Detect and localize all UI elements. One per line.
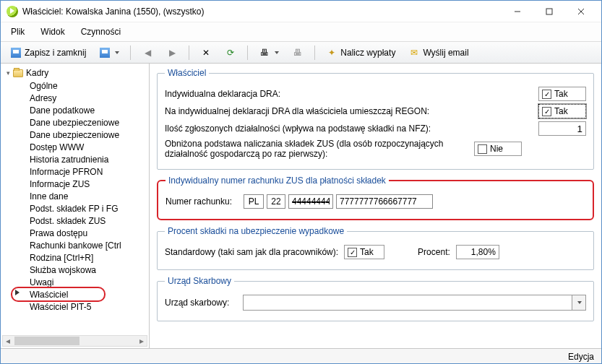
tree-item[interactable]: Historia zatrudnienia bbox=[28, 153, 149, 165]
tax-office-legend: Urząd Skarbowy bbox=[165, 276, 234, 286]
account-bank-input[interactable] bbox=[288, 194, 333, 209]
combo-dropdown-button[interactable] bbox=[572, 295, 586, 311]
tree-item[interactable]: Ogólne bbox=[28, 79, 149, 92]
form-pane: Właściciel Indywidualna deklaracja DRA: … bbox=[150, 64, 601, 348]
maximize-button[interactable] bbox=[533, 1, 565, 22]
tree-root-label: Kadry bbox=[26, 68, 48, 78]
tree-item[interactable]: Informacje PFRON bbox=[28, 165, 149, 178]
printer-icon: 🖶 bbox=[292, 47, 304, 58]
status-bar: Edycja bbox=[1, 348, 601, 364]
tree-item[interactable]: Służba wojskowa bbox=[28, 264, 149, 276]
scroll-left-icon[interactable]: ◂ bbox=[3, 336, 13, 346]
tree-item[interactable]: Podst. składek ZUS bbox=[28, 214, 149, 227]
print-alt-button[interactable]: 🖶 bbox=[287, 45, 309, 61]
status-mode: Edycja bbox=[568, 352, 594, 362]
dra-label: Indywidualna deklaracja DRA: bbox=[165, 89, 533, 99]
save-dropdown-button[interactable] bbox=[94, 45, 124, 61]
account-control-input[interactable] bbox=[267, 194, 285, 209]
account-label: Numer rachunku: bbox=[165, 196, 238, 207]
zus-account-fieldset: Indywidualny numer rachunku ZUS dla płat… bbox=[157, 176, 594, 220]
refresh-icon: ⟳ bbox=[225, 47, 236, 58]
arrow-left-icon: ◀ bbox=[142, 47, 153, 58]
close-button[interactable] bbox=[565, 1, 597, 22]
selection-arrow-icon bbox=[15, 290, 20, 295]
reduced-checkbox[interactable]: Nie bbox=[474, 142, 522, 156]
regon-checkbox[interactable]: ✓ Tak bbox=[538, 104, 586, 118]
account-number-input[interactable] bbox=[336, 194, 433, 209]
reduced-label: Obniżona podstawa naliczania składek ZUS… bbox=[165, 139, 468, 159]
save-icon bbox=[10, 47, 22, 58]
arrow-right-icon: ▶ bbox=[166, 47, 178, 58]
tools-icon: ✕ bbox=[200, 47, 212, 58]
activities-input[interactable] bbox=[538, 121, 586, 136]
tree-item[interactable]: Właściciel PIT-5 bbox=[28, 300, 149, 313]
check-icon: ✓ bbox=[542, 107, 551, 116]
standard-label: Standardowy (taki sam jak dla pracownikó… bbox=[165, 247, 338, 257]
print-button[interactable]: 🖶 bbox=[254, 45, 284, 61]
owner-legend: Właściciel bbox=[165, 68, 209, 78]
tree-item[interactable]: Prawa dostępu bbox=[28, 227, 149, 239]
send-email-button[interactable]: ✉ Wyślij email bbox=[403, 45, 473, 61]
nav-back-button[interactable]: ◀ bbox=[137, 45, 158, 61]
calc-payroll-button[interactable]: ✦ Nalicz wypłaty bbox=[321, 45, 400, 61]
tree-item[interactable]: Podst. składek FP i FG bbox=[28, 202, 149, 214]
folder-icon bbox=[13, 69, 23, 77]
tax-office-fieldset: Urząd Skarbowy Urząd skarbowy: bbox=[157, 276, 594, 321]
minimize-button[interactable] bbox=[502, 1, 533, 22]
tree-item[interactable]: Dane podatkowe bbox=[28, 104, 149, 116]
toolbar: Zapisz i zamknij ◀ ▶ ✕ ⟳ 🖶 🖶 ✦ Nalicz wy… bbox=[1, 42, 601, 64]
menu-file[interactable]: Plik bbox=[8, 25, 27, 38]
horizontal-scrollbar[interactable]: ◂ ▸ bbox=[2, 335, 147, 347]
tree-item[interactable]: Inne dane bbox=[28, 190, 149, 202]
chevron-down-icon bbox=[577, 301, 582, 304]
save-close-button[interactable]: Zapisz i zamknij bbox=[5, 45, 91, 61]
tree-list: OgólneAdresyDane podatkoweDane ubezpiecz… bbox=[4, 79, 149, 313]
title-bar: Właściciel: Kowalska Janina (1550), (wsz… bbox=[1, 1, 601, 22]
standard-value: Tak bbox=[360, 247, 374, 257]
owner-fieldset: Właściciel Indywidualna deklaracja DRA: … bbox=[157, 68, 594, 170]
tree-item[interactable]: Uwagi bbox=[28, 276, 149, 288]
tools-button[interactable]: ✕ bbox=[195, 45, 217, 61]
tax-office-combo[interactable] bbox=[243, 295, 572, 311]
chevron-down-icon bbox=[275, 51, 279, 54]
regon-value: Tak bbox=[554, 106, 568, 116]
tree-item[interactable]: Dostęp WWW bbox=[28, 141, 149, 153]
menu-actions[interactable]: Czynności bbox=[78, 25, 124, 38]
percent-label: Procent: bbox=[418, 247, 450, 257]
menu-view[interactable]: Widok bbox=[38, 25, 67, 38]
regon-label: Na indywidualnej deklaracji DRA dla właś… bbox=[165, 106, 533, 116]
calc-payroll-label: Nalicz wypłaty bbox=[340, 48, 395, 58]
window-title: Właściciel: Kowalska Janina (1550), (wsz… bbox=[22, 6, 204, 17]
tree-item[interactable]: Adresy bbox=[28, 92, 149, 104]
collapse-icon: ▾ bbox=[7, 69, 10, 77]
menu-bar: Plik Widok Czynności bbox=[1, 22, 601, 42]
accident-legend: Procent składki na ubezpieczenie wypadko… bbox=[165, 226, 347, 236]
refresh-button[interactable]: ⟳ bbox=[220, 45, 241, 61]
wand-icon: ✦ bbox=[326, 47, 337, 58]
chevron-down-icon bbox=[115, 51, 119, 54]
accident-fieldset: Procent składki na ubezpieczenie wypadko… bbox=[157, 226, 594, 270]
tax-office-label: Urząd skarbowy: bbox=[165, 298, 237, 308]
tree-root[interactable]: ▾ Kadry bbox=[4, 66, 149, 79]
tree-item[interactable]: Informacje ZUS bbox=[28, 178, 149, 190]
tree-item[interactable]: Dane ubezpieczeniowe bbox=[28, 129, 149, 141]
nav-fwd-button[interactable]: ▶ bbox=[161, 45, 183, 61]
svg-rect-1 bbox=[546, 9, 552, 14]
standard-checkbox[interactable]: ✓ Tak bbox=[344, 245, 384, 259]
tree-pane: ▾ Kadry OgólneAdresyDane podatkoweDane u… bbox=[1, 64, 150, 348]
save-icon bbox=[99, 47, 111, 58]
tree-item[interactable]: Właściciel bbox=[28, 288, 149, 300]
zus-account-legend: Indywidualny numer rachunku ZUS dla płat… bbox=[165, 176, 389, 186]
account-country-input[interactable] bbox=[244, 194, 264, 209]
app-icon bbox=[7, 6, 18, 17]
scroll-right-icon[interactable]: ▸ bbox=[137, 336, 147, 346]
dra-value: Tak bbox=[554, 89, 568, 99]
check-icon: ✓ bbox=[542, 90, 551, 99]
envelope-icon: ✉ bbox=[408, 47, 420, 58]
tree-item[interactable]: Rodzina [Ctrl+R] bbox=[28, 251, 149, 264]
tree-item[interactable]: Rachunki bankowe [Ctrl bbox=[28, 239, 149, 251]
tree-item[interactable]: Dane ubezpieczeniowe bbox=[28, 116, 149, 129]
scrollbar-thumb[interactable] bbox=[14, 337, 79, 345]
percent-value[interactable]: 1,80% bbox=[456, 245, 499, 259]
dra-checkbox[interactable]: ✓ Tak bbox=[538, 87, 586, 101]
